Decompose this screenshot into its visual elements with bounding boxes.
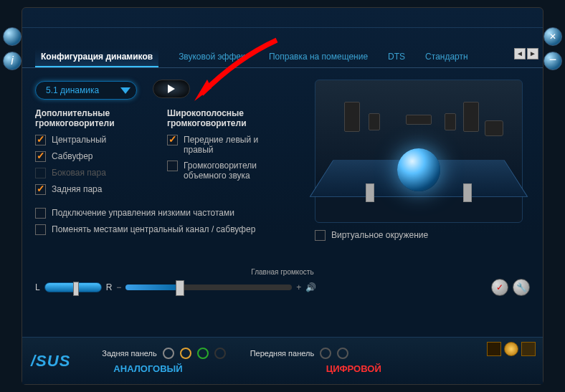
label-surround: Громкоговорители объемного звука [184, 161, 289, 181]
jack-front-2[interactable] [337, 348, 348, 359]
check-icon: ✓ [496, 282, 503, 292]
checkbox-center[interactable] [35, 135, 46, 145]
tab-prev-button[interactable]: ◄ [514, 48, 526, 59]
checkbox-bass-management[interactable] [35, 208, 46, 219]
viz-speaker-rr[interactable] [463, 183, 472, 202]
speaker-config-dropdown[interactable]: 5.1 динамика [35, 81, 137, 100]
label-bass-management: Подключение управления низкими частотами [52, 208, 234, 218]
apply-button[interactable]: ✓ [491, 279, 508, 296]
main-panel: Конфигурация динамиков Звуковой эффект П… [22, 7, 543, 385]
play-icon [168, 85, 175, 93]
checkbox-surround[interactable] [167, 161, 178, 171]
dropdown-value: 5.1 динамика [46, 85, 99, 95]
speaker-layout-visualization [315, 80, 523, 223]
volume-plus-icon[interactable]: + [296, 282, 301, 292]
label-front-lr: Передние левый и правый [184, 135, 289, 155]
tab-bar: Конфигурация динамиков Звуковой эффект П… [22, 28, 543, 68]
front-panel-label: Передняя панель [250, 349, 315, 358]
fullrange-speakers-heading: Широкополосные громкоговорители [167, 108, 289, 129]
jack-front-1[interactable] [320, 348, 331, 359]
tool-button[interactable]: 🔧 [513, 279, 530, 296]
speaker-icon[interactable]: 🔊 [305, 282, 316, 292]
jack-rear-orange[interactable] [180, 348, 191, 359]
jack-rear-grey[interactable] [163, 348, 174, 359]
main-volume-slider[interactable] [125, 285, 292, 290]
device-icon-2[interactable] [504, 342, 518, 356]
viz-speaker-center[interactable] [406, 115, 432, 125]
balance-slider[interactable] [44, 282, 102, 292]
device-icon-3[interactable] [521, 342, 536, 356]
label-rear-pair: Задняя пара [52, 184, 102, 194]
label-center: Центральный [52, 135, 106, 145]
listener-orb-icon [397, 148, 440, 191]
tab-default[interactable]: Стандартн [425, 52, 468, 67]
close-orb[interactable]: ✕ [543, 27, 562, 46]
balance-l-label: L [35, 282, 40, 292]
checkbox-side-pair [35, 168, 46, 178]
digital-mode-label[interactable]: ЦИФРОВОЙ [326, 363, 381, 374]
label-side-pair: Боковая пара [52, 168, 106, 178]
info-orb[interactable]: i [3, 52, 22, 70]
play-test-button[interactable] [153, 80, 190, 98]
checkbox-swap-center-sub[interactable] [35, 224, 46, 235]
rear-panel-label: Задняя панель [102, 349, 156, 358]
checkbox-virtual-surround[interactable] [315, 230, 326, 241]
viz-speaker-sl[interactable] [369, 113, 380, 130]
bottom-panel: /SUS Задняя панель Передняя панель АНАЛО… [22, 337, 543, 384]
wrench-icon: 🔧 [516, 282, 527, 292]
tab-sound-effect[interactable]: Звуковой эффект [179, 52, 249, 67]
extra-speakers-heading: Дополнительные громкоговорители [35, 108, 150, 129]
label-virtual-surround: Виртуальное окружение [331, 230, 428, 240]
minimize-orb[interactable]: − [543, 52, 562, 70]
jack-rear-green[interactable] [197, 348, 209, 359]
device-icon-1[interactable] [487, 342, 501, 356]
analog-mode-label[interactable]: АНАЛОГОВЫЙ [113, 363, 182, 374]
viz-speaker-fl[interactable] [344, 102, 360, 132]
label-subwoofer: Сабвуфер [52, 151, 93, 161]
checkbox-subwoofer[interactable] [35, 151, 46, 162]
balance-r-label: R [106, 282, 113, 292]
asus-logo: /SUS [31, 352, 70, 371]
chevron-down-icon [120, 87, 130, 94]
volume-minus-icon[interactable]: − [116, 282, 121, 292]
checkbox-front-lr[interactable] [167, 135, 178, 145]
tab-dts[interactable]: DTS [388, 52, 405, 67]
tab-speaker-config[interactable]: Конфигурация динамиков [35, 49, 158, 67]
checkbox-rear-pair[interactable] [35, 184, 46, 195]
viz-speaker-sub[interactable] [485, 120, 503, 136]
main-volume-label: Главная громкость [35, 268, 530, 276]
jack-rear-black[interactable] [214, 348, 226, 359]
tab-next-button[interactable]: ► [527, 48, 538, 59]
window-titlebar [22, 8, 543, 28]
label-swap-center-sub: Поменять местами центральный канал / саб… [52, 224, 255, 234]
viz-speaker-fr[interactable] [463, 102, 479, 132]
viz-speaker-sr[interactable] [445, 113, 456, 130]
tab-room-correction[interactable]: Поправка на помещение [269, 52, 368, 67]
viz-speaker-rl[interactable] [366, 183, 374, 202]
settings-orb[interactable] [3, 27, 22, 46]
